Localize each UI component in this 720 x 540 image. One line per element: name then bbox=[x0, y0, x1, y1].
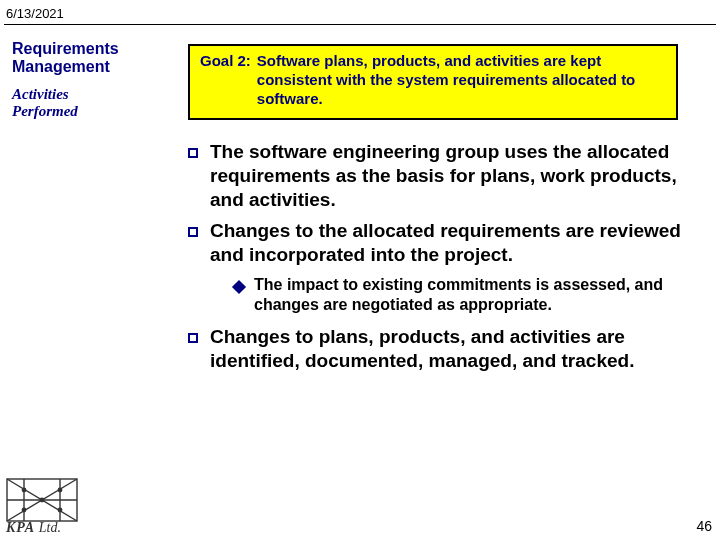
sub-list-item: The impact to existing commitments is as… bbox=[232, 275, 690, 315]
logo-kpa: KPA bbox=[6, 520, 35, 535]
logo-icon bbox=[6, 478, 78, 522]
logo-text: KPA Ltd. bbox=[6, 520, 94, 536]
goal-text: Software plans, products, and activities… bbox=[257, 52, 666, 108]
side-subtitle: Activities Performed bbox=[12, 86, 152, 119]
square-bullet-icon bbox=[188, 140, 210, 211]
svg-point-8 bbox=[40, 498, 45, 503]
list-item: The software engineering group uses the … bbox=[188, 140, 690, 211]
divider bbox=[4, 24, 716, 25]
logo: KPA Ltd. bbox=[6, 478, 94, 536]
goal-label: Goal 2: bbox=[200, 52, 257, 108]
logo-ltd: Ltd. bbox=[35, 520, 61, 535]
bullet-list: The software engineering group uses the … bbox=[188, 140, 690, 380]
sub-bullet-text: The impact to existing commitments is as… bbox=[254, 275, 690, 315]
svg-point-6 bbox=[22, 488, 27, 493]
diamond-bullet-icon bbox=[232, 275, 254, 315]
page-number: 46 bbox=[696, 518, 712, 534]
bullet-text: Changes to the allocated requirements ar… bbox=[210, 219, 690, 267]
svg-point-7 bbox=[58, 488, 63, 493]
svg-point-9 bbox=[22, 508, 27, 513]
square-bullet-icon bbox=[188, 219, 210, 267]
square-bullet-icon bbox=[188, 325, 210, 373]
side-title-line1: Requirements bbox=[12, 40, 119, 57]
bullet-text: Changes to plans, products, and activiti… bbox=[210, 325, 690, 373]
date-text: 6/13/2021 bbox=[6, 6, 64, 21]
side-title: Requirements Management bbox=[12, 40, 152, 77]
svg-point-10 bbox=[58, 508, 63, 513]
side-sub-line1: Activities bbox=[12, 86, 69, 102]
list-item: Changes to plans, products, and activiti… bbox=[188, 325, 690, 373]
side-title-line2: Management bbox=[12, 58, 110, 75]
bullet-text: The software engineering group uses the … bbox=[210, 140, 690, 211]
side-sub-line2: Performed bbox=[12, 103, 78, 119]
goal-box: Goal 2: Software plans, products, and ac… bbox=[188, 44, 678, 120]
list-item: Changes to the allocated requirements ar… bbox=[188, 219, 690, 267]
